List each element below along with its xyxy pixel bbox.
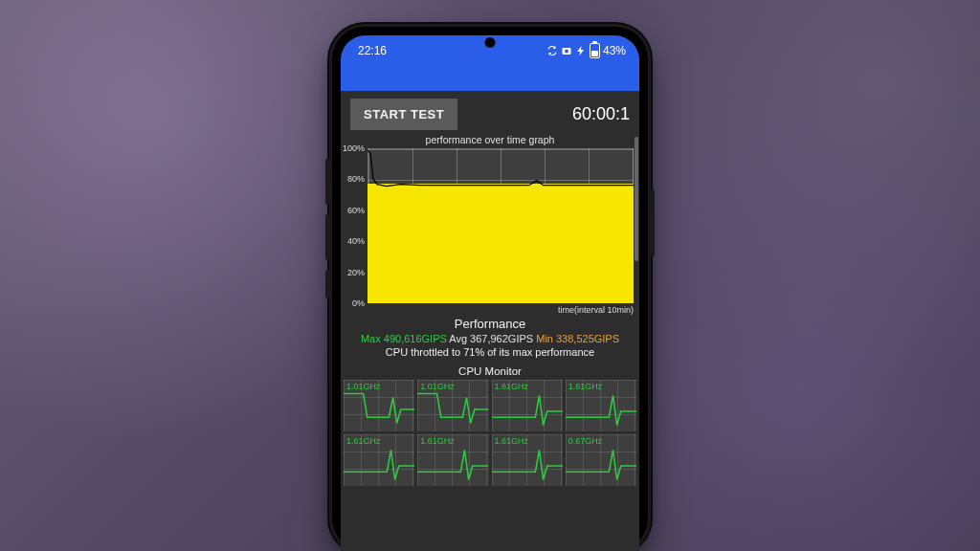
cpu-core-freq: 0.67GHz bbox=[568, 436, 603, 446]
phone-frame: 22:16 43% START TEST 60:00:1 bbox=[332, 27, 648, 551]
cpu-core-2: 1.61GHz bbox=[492, 380, 563, 431]
power-button[interactable] bbox=[651, 189, 655, 256]
app-header bbox=[341, 66, 639, 91]
battery-icon bbox=[590, 43, 600, 58]
stat-max: Max 490,616GIPS bbox=[361, 333, 447, 344]
camera-icon bbox=[561, 45, 572, 56]
y-tick: 100% bbox=[343, 143, 368, 153]
cpu-core-7: 0.67GHz bbox=[566, 434, 636, 486]
battery-percent: 43% bbox=[603, 44, 626, 57]
performance-stats: Max 490,616GIPS Avg 367,962GIPS Min 338,… bbox=[341, 333, 639, 344]
cpu-core-freq: 1.61GHz bbox=[420, 436, 455, 446]
front-camera bbox=[485, 37, 496, 48]
volume-up-button[interactable] bbox=[325, 159, 329, 205]
content-area: START TEST 60:00:1 performance over time… bbox=[341, 91, 639, 551]
cpu-core-freq: 1.01GHz bbox=[346, 382, 381, 391]
loop-icon bbox=[546, 45, 558, 56]
performance-title: Performance bbox=[341, 317, 639, 331]
lightning-icon bbox=[575, 45, 587, 56]
start-test-button[interactable]: START TEST bbox=[350, 99, 457, 130]
cpu-core-6: 1.61GHz bbox=[492, 434, 563, 486]
cpu-monitor-title: CPU Monitor bbox=[341, 365, 639, 377]
volume-down-button[interactable] bbox=[325, 214, 329, 260]
stat-avg: Avg 367,962GIPS bbox=[449, 333, 533, 344]
cpu-core-freq: 1.61GHz bbox=[495, 436, 529, 446]
cpu-core-freq: 1.61GHz bbox=[346, 436, 381, 446]
side-button[interactable] bbox=[325, 270, 329, 298]
x-axis-label: time(interval 10min) bbox=[558, 303, 634, 315]
graph-title: performance over time graph bbox=[341, 134, 639, 148]
y-tick: 40% bbox=[347, 236, 368, 246]
svg-point-1 bbox=[565, 50, 568, 54]
scrollbar[interactable] bbox=[635, 137, 638, 261]
cpu-core-0: 1.01GHz bbox=[344, 380, 414, 431]
cpu-core-3: 1.61GHz bbox=[566, 380, 636, 431]
stat-min: Min 338,525GIPS bbox=[536, 333, 619, 344]
cpu-core-freq: 1.61GHz bbox=[568, 382, 603, 391]
y-tick: 80% bbox=[347, 174, 368, 184]
timer: 60:00:1 bbox=[572, 104, 630, 124]
cpu-core-4: 1.61GHz bbox=[344, 434, 414, 486]
y-tick: 60% bbox=[347, 206, 368, 215]
y-tick: 0% bbox=[352, 298, 368, 308]
performance-chart: 100% 80% 60% 40% 20% 0% time(interval 10… bbox=[368, 148, 634, 303]
clock: 22:16 bbox=[358, 44, 387, 57]
cpu-core-1: 1.01GHz bbox=[417, 380, 488, 431]
y-tick: 20% bbox=[347, 268, 368, 277]
throttle-text: CPU throttled to 71% of its max performa… bbox=[341, 346, 639, 358]
screen: 22:16 43% START TEST 60:00:1 bbox=[341, 35, 639, 551]
cpu-core-freq: 1.61GHz bbox=[495, 382, 529, 391]
cpu-core-freq: 1.01GHz bbox=[420, 382, 455, 391]
cpu-monitor-grid: 1.01GHz1.01GHz1.61GHz1.61GHz1.61GHz1.61G… bbox=[341, 380, 639, 486]
cpu-core-5: 1.61GHz bbox=[417, 434, 488, 486]
